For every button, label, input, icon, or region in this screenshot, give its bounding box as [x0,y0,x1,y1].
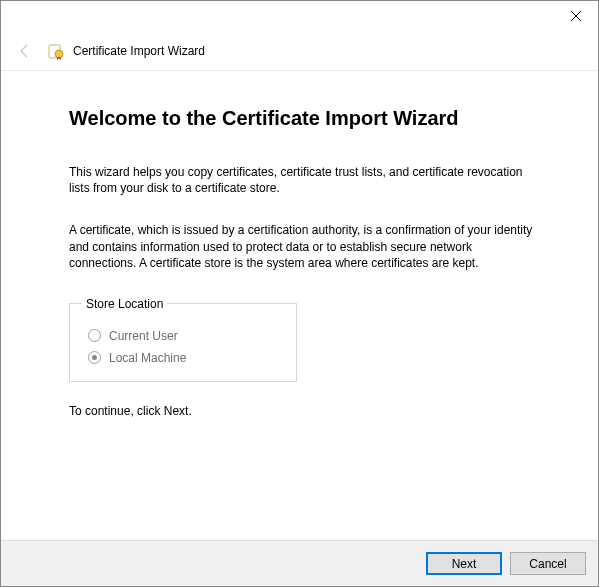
radio-icon [88,351,101,364]
back-button [13,39,37,63]
radio-local-machine: Local Machine [82,351,284,365]
intro-text: This wizard helps you copy certificates,… [69,164,538,196]
page-title: Welcome to the Certificate Import Wizard [69,107,538,130]
cancel-button[interactable]: Cancel [510,552,586,575]
description-text: A certificate, which is issued by a cert… [69,222,538,271]
radio-icon [88,329,101,342]
radio-label-local-machine: Local Machine [109,351,186,365]
radio-label-current-user: Current User [109,329,178,343]
radio-current-user: Current User [82,329,284,343]
wizard-footer: Next Cancel [1,540,598,586]
header-title: Certificate Import Wizard [73,44,205,58]
continue-text: To continue, click Next. [69,404,538,418]
close-icon [571,11,581,21]
wizard-header: Certificate Import Wizard [1,31,598,71]
next-button[interactable]: Next [426,552,502,575]
wizard-content: Welcome to the Certificate Import Wizard… [1,71,598,428]
store-location-legend: Store Location [82,297,167,311]
titlebar [1,1,598,31]
certificate-wizard-icon [47,42,65,60]
back-arrow-icon [17,43,33,59]
svg-point-3 [55,50,63,58]
store-location-group: Store Location Current User Local Machin… [69,297,297,382]
close-button[interactable] [553,1,598,31]
